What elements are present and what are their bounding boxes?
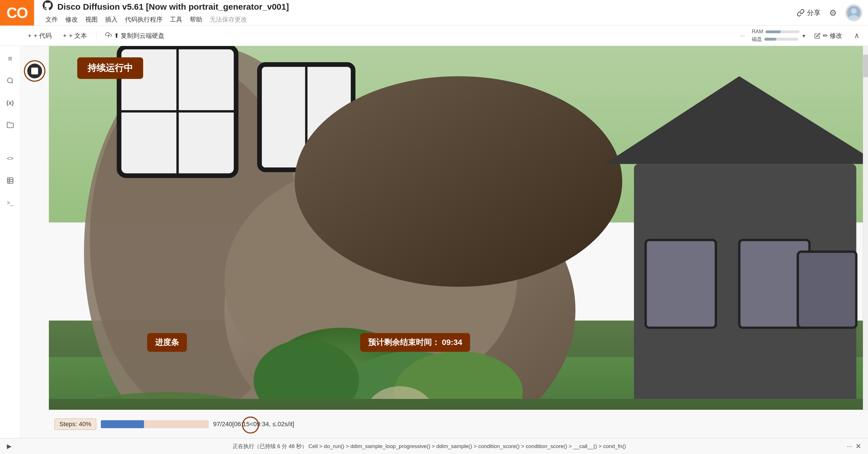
status-bar: ▶ 正在执行（已持续 6 分 48 秒） Cell > do_run() > d…: [0, 438, 868, 454]
title-area: Disco Diffusion v5.61 [Now with portrait…: [42, 0, 289, 25]
right-scrollbar[interactable]: [863, 46, 868, 410]
image-area: 进度条 预计剩余结束时间： 09:34 Steps: 40% 97/240[06…: [49, 46, 868, 438]
logo: CO: [0, 0, 34, 26]
left-sidebar: ≡ {x} <> >_: [0, 46, 21, 438]
logo-text: CO: [6, 4, 28, 21]
sidebar-item-code[interactable]: <>: [3, 152, 17, 165]
status-expand-icon[interactable]: ▶: [7, 443, 12, 450]
run-button-inner: [27, 64, 42, 78]
plus-icon-text: +: [63, 32, 67, 39]
add-text-label: + 文本: [69, 32, 87, 40]
terminal-icon: >_: [7, 200, 13, 206]
content-area: 持续运行中: [21, 46, 868, 438]
menu-tools[interactable]: 工具: [167, 14, 185, 25]
sidebar-item-table[interactable]: [3, 174, 17, 187]
sidebar-item-search[interactable]: [3, 74, 17, 88]
menu-help[interactable]: 帮助: [187, 14, 205, 25]
progress-fill: [101, 420, 144, 428]
variables-icon: {x}: [6, 100, 14, 106]
svg-point-21: [294, 76, 622, 287]
menu-file[interactable]: 文件: [42, 14, 61, 25]
sidebar-item-menu[interactable]: ≡: [3, 52, 17, 65]
edit-label: ✏ 修改: [823, 32, 842, 40]
generated-image: 进度条 预计剩余结束时间： 09:34: [49, 46, 868, 438]
svg-rect-6: [7, 178, 13, 184]
ram-section: RAM 磁盘 ▾: [752, 29, 805, 42]
menu-lines-icon: ≡: [8, 54, 12, 63]
resource-dropdown-arrow[interactable]: ▾: [802, 32, 805, 39]
menu-bar: 文件 修改 视图 插入 代码执行程序 工具 帮助 无法保存更改: [42, 14, 289, 25]
cell-container: 持续运行中: [21, 46, 868, 438]
window-title: Disco Diffusion v5.61 [Now with portrait…: [57, 2, 289, 12]
ram-row: RAM: [752, 29, 800, 35]
progress-stats: 97/240[06:15<09:34, ≤.02s/it]: [213, 421, 294, 428]
status-badge: 持续运行中: [77, 57, 143, 79]
progress-bar-container: Steps: 40% 97/240[06:15<09:34, ≤.02s/it]: [49, 410, 868, 438]
sidebar-item-files[interactable]: [3, 118, 17, 132]
copy-to-cloud-button[interactable]: ⬆ 复制到云端硬盘: [100, 30, 169, 42]
svg-point-1: [851, 8, 857, 14]
unsave-notice: 无法保存更改: [207, 14, 250, 25]
sidebar-item-terminal[interactable]: >_: [3, 196, 17, 209]
status-close-icon[interactable]: ✕: [856, 442, 861, 450]
menu-insert[interactable]: 插入: [102, 14, 120, 25]
svg-rect-30: [798, 252, 856, 328]
title-row: Disco Diffusion v5.61 [Now with portrait…: [42, 0, 289, 13]
progress-label-text: Steps: 40%: [55, 419, 96, 430]
menu-edit[interactable]: 修改: [62, 14, 81, 25]
menu-runtime[interactable]: 代码执行程序: [122, 14, 165, 25]
add-code-label: + 代码: [34, 32, 52, 40]
avatar[interactable]: [845, 4, 862, 21]
ram-bar-fill: [766, 30, 781, 33]
share-label: 分享: [807, 8, 820, 17]
main-layout: ≡ {x} <> >_: [0, 46, 868, 438]
add-text-button[interactable]: + + 文本: [58, 30, 92, 42]
top-right-controls: 分享 ⚙: [797, 0, 862, 26]
copy-to-cloud-label: ⬆ 复制到云端硬盘: [114, 32, 164, 40]
sidebar-item-variables[interactable]: {x}: [3, 96, 17, 109]
three-dots-menu[interactable]: ···: [740, 32, 745, 39]
disk-bar: [764, 38, 798, 41]
stop-icon: [31, 68, 38, 74]
plus-icon-code: +: [28, 32, 32, 39]
progress-track: [101, 420, 209, 428]
collapse-button[interactable]: ∧: [851, 30, 862, 42]
disk-bar-fill: [764, 38, 776, 41]
status-badge-text: 持续运行中: [88, 63, 133, 73]
svg-line-5: [12, 82, 13, 84]
ram-bar: [766, 30, 800, 33]
svg-rect-28: [646, 240, 716, 328]
status-text: 正在执行（已持续 6 分 48 秒） Cell > do_run() > ddi…: [15, 443, 844, 450]
scrollbar-thumb[interactable]: [863, 55, 868, 77]
settings-icon[interactable]: ⚙: [829, 8, 837, 18]
edit-button[interactable]: ✏ 修改: [810, 30, 847, 42]
menu-view[interactable]: 视图: [82, 14, 100, 25]
toolbar: + + 代码 + + 文本 ⬆ 复制到云端硬盘 ··· RAM: [0, 26, 868, 46]
status-more-dots[interactable]: ···: [847, 443, 852, 450]
add-code-button[interactable]: + + 代码: [23, 30, 57, 42]
stop-run-button[interactable]: [24, 60, 45, 82]
resource-bars: RAM 磁盘: [752, 29, 800, 42]
toolbar-right: ··· RAM 磁盘 ▾: [740, 29, 862, 42]
run-button-area: [21, 46, 49, 438]
share-button[interactable]: 分享: [797, 8, 820, 17]
svg-point-4: [7, 78, 12, 83]
ram-label: RAM: [752, 29, 763, 35]
cloud-icon: [105, 32, 112, 40]
disk-label: 磁盘: [752, 36, 762, 42]
scene-svg: [49, 46, 868, 399]
github-icon: [42, 0, 53, 13]
top-bar: CO Disco Diffusion v5.61 [Now with portr…: [0, 0, 868, 26]
code-brackets-icon: <>: [7, 155, 13, 162]
disk-row: 磁盘: [752, 36, 800, 42]
